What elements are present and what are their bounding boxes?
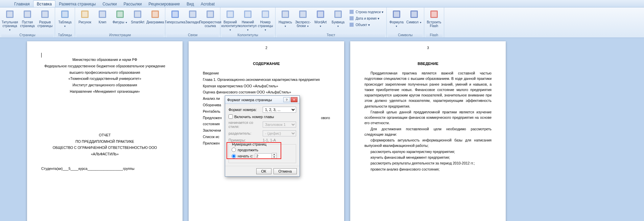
date-time-button[interactable]: Дата и время ▾ <box>348 15 384 21</box>
footer-icon <box>242 9 253 20</box>
separator-label: разделитель: <box>229 131 261 135</box>
object-button[interactable]: Объект ▾ <box>348 22 384 28</box>
text-box-icon <box>280 9 291 20</box>
smartart-button[interactable]: SmartArt <box>129 8 146 25</box>
intro-title: ВВЕДЕНИЕ <box>364 62 492 66</box>
cross-reference-button[interactable]: Перекрестнаяссылка <box>202 8 219 28</box>
tab-рецензирование[interactable]: Рецензирование <box>145 1 183 7</box>
svg-rect-42 <box>394 12 399 17</box>
toc-item: Краткая характеристика ООО «АльфаСтиль» <box>203 83 330 89</box>
continue-label: продолжить <box>238 148 258 152</box>
page-number-3: 3 <box>427 46 429 50</box>
page-break-button[interactable]: Разрывстраницы <box>37 8 53 28</box>
close-icon[interactable]: ✕ <box>291 97 297 102</box>
page-1: Министерство образования и науки РФФедер… <box>27 41 183 221</box>
text-box-button[interactable]: Надпись ▼ <box>277 8 294 29</box>
tab-вид[interactable]: Вид <box>183 1 197 7</box>
svg-rect-27 <box>245 12 251 17</box>
svg-rect-3 <box>25 12 30 17</box>
spinner-down-icon[interactable]: ▼ <box>272 156 277 159</box>
page-number-icon <box>260 9 271 20</box>
svg-rect-44 <box>411 12 417 17</box>
shapes-icon <box>115 9 125 20</box>
svg-rect-39 <box>350 16 354 20</box>
tab-acrobat[interactable]: Acrobat <box>197 1 218 7</box>
date-time-icon <box>349 16 354 21</box>
cover-page-icon <box>4 9 15 20</box>
ok-button[interactable]: ОК <box>256 168 271 174</box>
document-area: Министерство образования и науки РФФедер… <box>0 38 644 221</box>
chart-icon <box>150 9 161 20</box>
header-button[interactable]: Верхнийколонтитул ▼ <box>222 8 239 32</box>
toc-item: Предложен <box>203 115 222 121</box>
tab-рассылки[interactable]: Рассылки <box>120 1 145 7</box>
page-3: 3 ВВЕДЕНИЕ Преддипломная практика являет… <box>350 41 506 221</box>
shapes-button[interactable]: Фигуры ▼ <box>112 8 128 25</box>
toc-title: СОДЕРЖАНИЕ <box>203 62 330 66</box>
blank-page-icon <box>22 9 33 20</box>
cancel-button[interactable]: Отмена <box>273 168 297 174</box>
page-number-button[interactable]: Номерстраницы ▼ <box>257 8 274 32</box>
bookmark-button[interactable]: Закладка <box>184 8 201 25</box>
svg-rect-37 <box>335 12 341 17</box>
toc-item: Оценка финансового состояния ООО «АльфаС… <box>203 89 330 95</box>
tab-главная[interactable]: Главная <box>11 1 33 7</box>
dialog-title: Формат номера страницы <box>227 98 272 102</box>
separator-select: - (дефис) <box>263 130 296 136</box>
svg-rect-17 <box>152 12 158 17</box>
object-icon <box>349 22 354 27</box>
format-label: Формат номера: <box>229 108 261 112</box>
equation-button[interactable]: Формула ▼ <box>388 8 405 29</box>
examples-value: 1-1, 1-A <box>263 138 276 142</box>
table-icon <box>59 9 70 20</box>
format-select[interactable]: 1, 2, 3, ... <box>263 107 296 113</box>
include-chapter-checkbox[interactable] <box>229 114 233 119</box>
tab-ссылки[interactable]: Ссылки <box>99 1 120 7</box>
header-icon <box>225 9 236 20</box>
wordart-button[interactable]: WordArt ▼ <box>312 8 329 29</box>
symbol-button[interactable]: Символ ▼ <box>406 8 423 25</box>
start-at-input[interactable] <box>255 153 272 159</box>
svg-rect-23 <box>208 12 213 17</box>
hyperlink-button[interactable]: Гиперссылка <box>167 8 184 25</box>
drop-cap-button[interactable]: Буквица ▼ <box>330 8 347 29</box>
ribbon: Титульнаястраница ▼ПустаястраницаРазрывс… <box>0 7 644 38</box>
start-at-label: начать с: <box>238 154 253 158</box>
svg-rect-19 <box>172 12 178 17</box>
dialog-titlebar[interactable]: Формат номера страницы ? ✕ <box>225 96 300 104</box>
examples-label: Примеры: <box>229 138 261 142</box>
signature-line-icon <box>349 9 354 15</box>
start-at-radio[interactable] <box>232 154 236 158</box>
hyperlink-icon <box>170 9 181 20</box>
spinner-up-icon[interactable]: ▲ <box>272 153 277 156</box>
page-number-2: 2 <box>265 46 267 50</box>
svg-rect-46 <box>431 12 437 17</box>
picture-icon <box>79 9 90 20</box>
chart-button[interactable]: Диаграмма <box>147 8 164 25</box>
svg-rect-33 <box>300 12 306 17</box>
blank-page-button[interactable]: Пустаястраница <box>19 8 36 28</box>
svg-rect-31 <box>283 12 288 17</box>
continue-radio[interactable] <box>232 148 236 152</box>
signature-line-button[interactable]: Строка подписи ▾ <box>348 9 384 15</box>
include-chapter-label: Включить номер главы <box>234 115 274 119</box>
embed-flash-button[interactable]: ВстроитьFlash <box>426 8 443 28</box>
table-button[interactable]: Таблица ▼ <box>56 8 73 29</box>
quick-parts-button[interactable]: Экспресс-блоки ▼ <box>294 8 311 29</box>
svg-rect-40 <box>350 23 354 27</box>
start-style-label: начинается со стиля: <box>229 120 261 129</box>
student-line: Студента(ки)___5____курса_______________… <box>41 166 168 172</box>
start-style-select: Заголовок 1 <box>263 121 296 128</box>
clip-art-button[interactable]: Клип <box>94 8 111 25</box>
help-icon[interactable]: ? <box>283 97 290 102</box>
tab-разметка страницы[interactable]: Разметка страницы <box>55 1 99 7</box>
svg-rect-5 <box>42 12 48 17</box>
picture-button[interactable]: Рисунок <box>76 8 93 25</box>
tab-вставка[interactable]: Вставка <box>33 0 56 7</box>
footer-button[interactable]: Нижнийколонтитул ▼ <box>239 8 256 32</box>
drop-cap-icon <box>333 9 343 20</box>
svg-rect-15 <box>135 12 140 17</box>
svg-rect-25 <box>228 12 233 17</box>
cover-page-button[interactable]: Титульнаястраница ▼ <box>1 8 18 32</box>
svg-rect-1 <box>7 12 13 17</box>
